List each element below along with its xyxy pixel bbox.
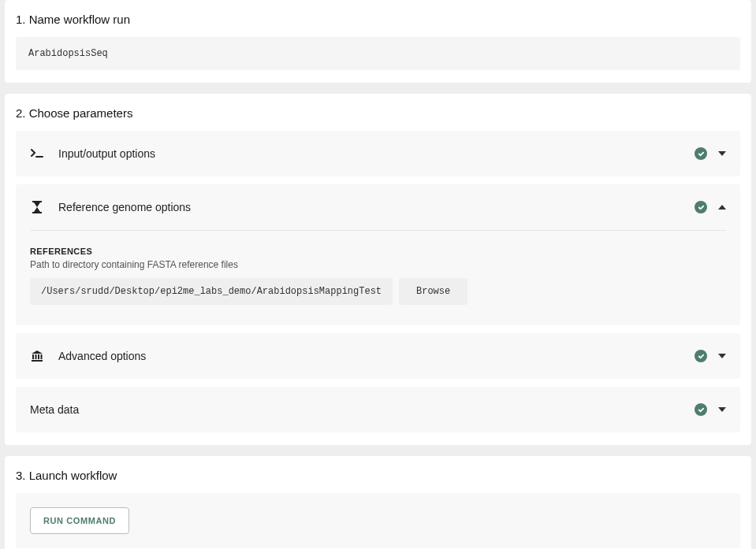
run-area: RUN COMMAND bbox=[16, 493, 740, 548]
check-icon bbox=[695, 350, 707, 362]
svg-marker-12 bbox=[718, 407, 726, 412]
svg-marker-5 bbox=[32, 351, 43, 354]
references-label: REFERENCES bbox=[30, 247, 726, 256]
divider bbox=[30, 230, 726, 231]
step-name-workflow: 1. Name workflow run bbox=[5, 0, 751, 83]
svg-rect-2 bbox=[32, 201, 42, 202]
check-icon bbox=[695, 147, 707, 160]
step1-title: 1. Name workflow run bbox=[16, 13, 740, 26]
panel-io-title: Input/output options bbox=[58, 147, 155, 160]
chevron-up-icon bbox=[718, 203, 726, 211]
svg-rect-8 bbox=[38, 354, 39, 359]
step-launch-workflow: 3. Launch workflow RUN COMMAND bbox=[5, 456, 751, 549]
chevron-down-icon bbox=[718, 406, 726, 414]
svg-rect-3 bbox=[32, 212, 42, 213]
hourglass-icon bbox=[30, 200, 44, 214]
run-command-button[interactable]: RUN COMMAND bbox=[30, 507, 129, 534]
check-icon bbox=[695, 403, 707, 416]
panel-adv-title: Advanced options bbox=[58, 350, 146, 362]
panel-advanced-options: Advanced options bbox=[16, 333, 740, 379]
chevron-down-icon bbox=[718, 352, 726, 360]
svg-rect-9 bbox=[41, 354, 43, 359]
check-icon bbox=[695, 201, 707, 213]
terminal-icon bbox=[30, 147, 44, 161]
panel-ref-title: Reference genome options bbox=[58, 201, 191, 213]
panel-meta-header[interactable]: Meta data bbox=[16, 387, 740, 432]
browse-button[interactable]: Browse bbox=[399, 278, 467, 305]
step-choose-parameters: 2. Choose parameters Input/output option… bbox=[5, 94, 751, 445]
panel-adv-header[interactable]: Advanced options bbox=[16, 333, 740, 379]
svg-rect-6 bbox=[32, 354, 34, 359]
step3-title: 3. Launch workflow bbox=[16, 469, 740, 482]
panel-meta-title: Meta data bbox=[30, 403, 79, 416]
step2-title: 2. Choose parameters bbox=[16, 106, 740, 120]
svg-marker-4 bbox=[718, 205, 726, 210]
svg-marker-11 bbox=[718, 354, 726, 358]
panel-meta-data: Meta data bbox=[16, 387, 740, 432]
panel-ref-header[interactable]: Reference genome options bbox=[16, 184, 740, 230]
institution-icon bbox=[30, 349, 44, 363]
svg-rect-10 bbox=[32, 360, 43, 362]
references-path-input[interactable] bbox=[30, 278, 393, 305]
panel-io-options: Input/output options bbox=[16, 131, 740, 176]
chevron-down-icon bbox=[718, 150, 726, 158]
panel-ref-body: REFERENCES Path to directory containing … bbox=[16, 230, 740, 325]
panel-io-header[interactable]: Input/output options bbox=[16, 131, 740, 176]
svg-rect-7 bbox=[35, 354, 37, 359]
workflow-name-input[interactable] bbox=[16, 37, 740, 70]
svg-marker-1 bbox=[718, 151, 726, 156]
references-help: Path to directory containing FASTA refer… bbox=[30, 259, 726, 270]
panel-reference-genome: Reference genome options REFERENCES Path… bbox=[16, 184, 740, 325]
